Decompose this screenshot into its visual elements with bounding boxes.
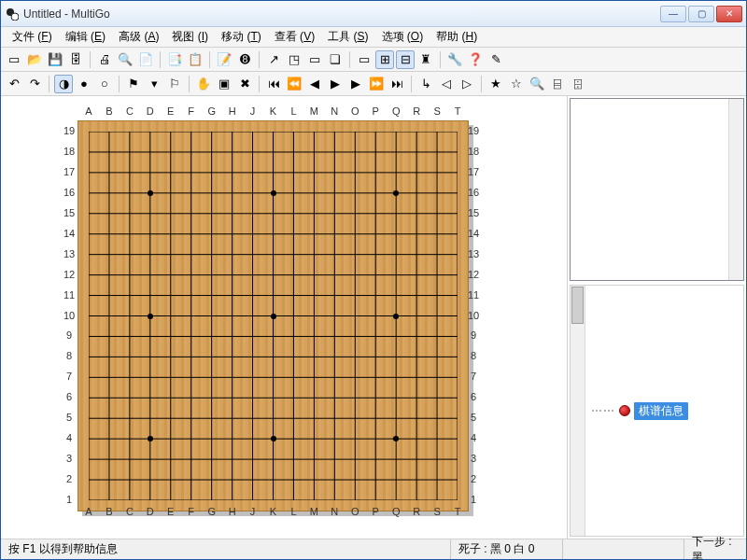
tool-rect[interactable]: ▭ — [355, 50, 374, 69]
tool-starA[interactable]: ★ — [486, 75, 505, 93]
tool-new[interactable]: ▭ — [5, 50, 23, 69]
tool-paint[interactable]: ✎ — [486, 50, 505, 69]
app-window: Untitled - MultiGo — ▢ ✕ 文件 (F) 编辑 (E) 高… — [0, 0, 747, 560]
tool-props[interactable]: 📝 — [215, 50, 233, 69]
svg-point-1 — [11, 13, 19, 21]
tool-save[interactable]: 💾 — [46, 50, 64, 69]
col-label: Q — [390, 105, 402, 117]
col-label: F — [186, 506, 197, 517]
status-empty — [563, 539, 684, 559]
tool-black[interactable]: ● — [75, 75, 93, 93]
row-label: 4 — [465, 432, 482, 443]
col-label: J — [247, 506, 259, 517]
tool-print[interactable]: 🖨 — [95, 50, 114, 69]
menu-options[interactable]: 选项 (O) — [376, 27, 430, 47]
tool-wrench[interactable]: 🔧 — [445, 50, 464, 69]
row-label: 7 — [465, 371, 482, 382]
hoshi-point — [393, 190, 399, 196]
tool-play[interactable]: ▶ — [326, 75, 345, 93]
tool-win[interactable]: ▭ — [305, 50, 324, 69]
menu-move[interactable]: 移动 (T) — [216, 27, 267, 47]
tool-arrow-top[interactable]: ↗ — [264, 50, 283, 69]
row-label: 16 — [465, 187, 482, 198]
hoshi-point — [148, 190, 153, 196]
col-label: R — [411, 105, 422, 117]
row-label: 4 — [61, 432, 78, 443]
tool-first[interactable]: ⏪ — [285, 75, 303, 93]
tool-group1[interactable]: ⊞ — [375, 50, 394, 69]
tool-group2[interactable]: ⊟ — [396, 50, 415, 69]
tool-hand[interactable]: ✋ — [194, 75, 213, 93]
menu-help[interactable]: 帮助 (H) — [430, 27, 483, 47]
tool-binR[interactable]: ⌹ — [569, 75, 587, 93]
tool-begin[interactable]: ⏮ — [264, 75, 283, 93]
tool-tree[interactable]: ♜ — [416, 50, 435, 69]
row-label: 10 — [61, 310, 78, 321]
tool-copy[interactable]: 📑 — [165, 50, 184, 69]
tool-x[interactable]: ✖ — [235, 75, 254, 93]
toolbar-separator — [209, 51, 210, 68]
go-board[interactable] — [78, 120, 469, 511]
maximize-button[interactable]: ▢ — [688, 6, 714, 22]
tool-end[interactable]: ⏭ — [388, 75, 406, 93]
tool-white[interactable]: ○ — [95, 75, 114, 93]
tool-bw[interactable]: ◑ — [54, 75, 73, 93]
col-label: G — [206, 105, 218, 117]
tool-paste[interactable]: 📋 — [186, 50, 204, 69]
tool-open[interactable]: 📂 — [25, 50, 44, 69]
minimize-button[interactable]: — — [660, 6, 686, 22]
tool-flag[interactable]: ⚐ — [165, 75, 184, 93]
tool-winstack[interactable]: ❏ — [326, 50, 345, 69]
tool-redo[interactable]: ↷ — [25, 75, 44, 93]
col-label: P — [370, 506, 381, 517]
tool-find[interactable]: 🔍 — [528, 75, 546, 93]
col-label: J — [247, 105, 259, 117]
row-label: 5 — [61, 412, 78, 423]
row-label: 12 — [61, 269, 78, 280]
tool-saveall[interactable]: 🗄 — [66, 50, 85, 69]
menu-look[interactable]: 查看 (V) — [269, 27, 320, 47]
tool-next[interactable]: ▶ — [346, 75, 365, 93]
menu-edit[interactable]: 编辑 (E) — [60, 27, 111, 47]
menu-view[interactable]: 视图 (I) — [166, 27, 214, 47]
tool-flagA[interactable]: ⚑ — [124, 75, 143, 93]
col-label: N — [329, 105, 340, 117]
menu-tools[interactable]: 工具 (S) — [322, 27, 374, 47]
tool-bprev[interactable]: ◁ — [437, 75, 456, 93]
hoshi-point — [148, 436, 153, 441]
tool-ball8[interactable]: ➑ — [235, 50, 254, 69]
row-label: 8 — [61, 350, 78, 361]
menu-file[interactable]: 文件 (F) — [7, 27, 58, 47]
col-label: E — [165, 105, 176, 117]
window-title: Untitled - MultiGo — [23, 7, 660, 21]
tool-popout[interactable]: ◳ — [285, 50, 303, 69]
tree-root-label: 棋谱信息 — [634, 402, 688, 420]
scrollbar-thumb[interactable] — [571, 287, 584, 324]
tool-down[interactable]: ▾ — [145, 75, 163, 93]
menu-advanced[interactable]: 高级 (A) — [113, 27, 164, 47]
tool-bnext[interactable]: ▷ — [458, 75, 476, 93]
tool-undo[interactable]: ↶ — [5, 75, 23, 93]
col-label: D — [145, 506, 156, 517]
tool-preview[interactable]: 🔍 — [116, 50, 134, 69]
tool-prev[interactable]: ◀ — [305, 75, 324, 93]
row-label: 19 — [465, 125, 482, 136]
menubar: 文件 (F) 编辑 (E) 高级 (A) 视图 (I) 移动 (T) 查看 (V… — [1, 27, 746, 48]
tree-scrollbar[interactable] — [571, 286, 585, 536]
row-label: 11 — [61, 289, 78, 301]
close-button[interactable]: ✕ — [716, 6, 742, 22]
comment-scrollbar[interactable] — [728, 99, 743, 280]
tool-stamp[interactable]: ▣ — [215, 75, 233, 93]
tree-root-node[interactable]: ⋯⋯ 棋谱信息 — [585, 286, 694, 536]
row-label: 18 — [465, 146, 482, 157]
col-label: M — [308, 506, 319, 517]
tool-page[interactable]: 📄 — [136, 50, 155, 69]
comment-box[interactable] — [570, 98, 744, 281]
tool-branch[interactable]: ↳ — [416, 75, 435, 93]
tool-starB[interactable]: ☆ — [507, 75, 526, 93]
board-pane: AABBCCDDEEFFGGHHJJKKLLMMNNOOPPQQRRSSTT19… — [1, 96, 567, 539]
tool-last[interactable]: ⏩ — [367, 75, 386, 93]
toolbar-separator — [481, 76, 482, 92]
tool-binL[interactable]: ⌸ — [548, 75, 567, 93]
tool-help[interactable]: ❓ — [466, 50, 485, 69]
